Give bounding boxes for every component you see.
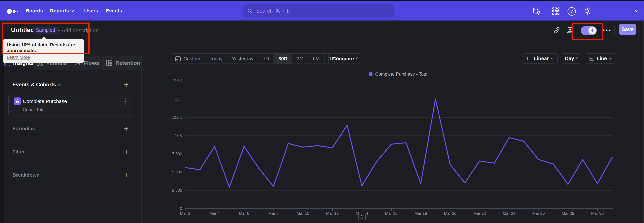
y-axis-label: 7,500 bbox=[161, 152, 182, 156]
events-cohorts-label: Events & Cohorts bbox=[12, 82, 56, 88]
learn-more-link[interactable]: Learn More bbox=[7, 55, 30, 60]
retention-icon bbox=[105, 59, 113, 67]
range-yesterday[interactable]: Yesterday bbox=[227, 54, 258, 64]
search-icon bbox=[247, 8, 253, 14]
nav-item-users[interactable]: Users bbox=[84, 1, 98, 21]
x-axis-tick bbox=[244, 208, 244, 211]
settings-button[interactable] bbox=[583, 7, 592, 16]
y-axis-label: 12.5K bbox=[161, 115, 182, 120]
nav-item-reports[interactable]: Reports bbox=[50, 1, 74, 21]
x-axis-label: Mar 12 bbox=[322, 211, 342, 216]
sampled-badge[interactable]: Sampled bbox=[33, 27, 58, 34]
x-axis-tick bbox=[303, 208, 303, 211]
gridline bbox=[185, 99, 613, 99]
range-6m[interactable]: 6M bbox=[308, 54, 324, 64]
apps-grid-button[interactable] bbox=[552, 7, 560, 15]
database-gear-icon bbox=[532, 7, 540, 15]
range-7d[interactable]: 7D bbox=[258, 54, 274, 64]
scale-label: Linear bbox=[534, 56, 549, 61]
chevron-down-icon bbox=[609, 56, 612, 60]
x-axis-label: Mar 24 bbox=[499, 211, 519, 216]
mixpanel-logo[interactable] bbox=[7, 8, 21, 16]
x-axis-label: Mar 4 bbox=[204, 211, 225, 216]
range-label-custom: Custom bbox=[184, 56, 200, 61]
range-today[interactable]: Today bbox=[205, 54, 227, 64]
y-axis-label: 10K bbox=[161, 133, 182, 138]
x-axis-tick bbox=[598, 208, 598, 211]
x-axis-tick bbox=[568, 208, 568, 211]
add-formula-button[interactable] bbox=[122, 125, 130, 133]
event-card[interactable]: A Complete Purchase Count Total bbox=[8, 94, 133, 117]
y-axis-label: 2,500 bbox=[161, 188, 182, 193]
chart-type-dropdown[interactable]: Line bbox=[585, 53, 616, 64]
search-input[interactable] bbox=[256, 8, 390, 14]
scrollbar[interactable] bbox=[643, 21, 644, 223]
save-button[interactable]: Save bbox=[619, 24, 636, 35]
range-label-yesterday: Yesterday bbox=[232, 56, 254, 61]
gridline bbox=[185, 136, 613, 136]
add-to-board-button[interactable] bbox=[566, 26, 574, 34]
top-nav: Boards Reports Users Events bbox=[0, 1, 644, 21]
add-filter-button[interactable] bbox=[122, 148, 130, 156]
annotation-badge[interactable]: 1 bbox=[358, 213, 366, 221]
nav-item-boards[interactable]: Boards bbox=[26, 1, 43, 21]
event-name: Complete Purchase bbox=[23, 98, 67, 104]
y-axis-label: 15K bbox=[161, 97, 182, 101]
chart-legend[interactable]: Complete Purchase - Total bbox=[185, 72, 612, 77]
lightning-bolt-icon bbox=[590, 28, 594, 33]
tab-retention[interactable]: Retention bbox=[104, 56, 142, 70]
range-30d[interactable]: 30D bbox=[274, 54, 292, 64]
data-management-button[interactable] bbox=[532, 7, 541, 16]
nav-label-events: Events bbox=[106, 8, 122, 14]
sampling-toggle[interactable] bbox=[580, 26, 597, 35]
x-axis-tick bbox=[538, 208, 539, 211]
add-event-button[interactable] bbox=[122, 81, 130, 88]
x-axis-label: Mar 20 bbox=[440, 211, 460, 216]
add-description-field[interactable]: + Add description... bbox=[57, 27, 103, 34]
more-actions-button[interactable] bbox=[602, 28, 611, 32]
x-axis-tick bbox=[509, 208, 509, 211]
report-title[interactable]: Untitled bbox=[11, 27, 34, 34]
global-search[interactable] bbox=[243, 4, 394, 18]
chart-type-label: Line bbox=[596, 56, 607, 61]
compare-button[interactable]: Compare bbox=[328, 53, 361, 64]
copy-link-button[interactable] bbox=[553, 26, 561, 34]
gridline bbox=[185, 117, 613, 118]
nav-label-reports: Reports bbox=[50, 8, 69, 14]
help-button[interactable] bbox=[568, 7, 576, 16]
x-axis-label: Mar 2 bbox=[175, 211, 195, 216]
x-axis-tick bbox=[185, 208, 186, 211]
chevron-down-icon bbox=[70, 9, 74, 12]
nav-item-events[interactable]: Events bbox=[106, 1, 122, 21]
filter-label: Filter bbox=[12, 149, 25, 155]
chevron-down-icon bbox=[58, 82, 62, 86]
event-metric[interactable]: Count Total bbox=[23, 107, 46, 113]
annotation-line bbox=[362, 78, 362, 208]
sampling-tooltip-text: Using 10% of data. Results are approxima… bbox=[7, 42, 80, 53]
formulas-label: Formulas bbox=[12, 126, 35, 131]
logo-dots-icon bbox=[7, 8, 21, 16]
event-menu-button[interactable] bbox=[124, 98, 128, 105]
gridline bbox=[185, 154, 613, 154]
range-3m[interactable]: 3M bbox=[292, 54, 308, 64]
nav-label-users: Users bbox=[84, 8, 98, 14]
project-switcher[interactable]: E-Commerce All Project Data bbox=[597, 1, 641, 21]
x-axis-label: Mar 30 bbox=[587, 211, 608, 216]
range-custom[interactable]: Custom bbox=[170, 54, 205, 64]
legend-label: Complete Purchase - Total bbox=[375, 72, 428, 77]
scale-dropdown[interactable]: Linear bbox=[522, 53, 558, 64]
granularity-dropdown[interactable]: Day bbox=[561, 53, 582, 64]
nav-label-boards: Boards bbox=[26, 8, 43, 14]
gear-icon bbox=[583, 7, 592, 15]
events-cohorts-header[interactable]: Events & Cohorts bbox=[12, 82, 61, 88]
y-axis-label: 5,000 bbox=[161, 170, 182, 174]
kebab-icon bbox=[124, 98, 126, 105]
link-icon bbox=[553, 26, 561, 34]
x-axis-tick bbox=[362, 208, 362, 211]
date-range-control: Custom Today Yesterday 7D 30D 3M 6M 12M bbox=[170, 53, 344, 64]
x-axis-label: Mar 10 bbox=[293, 211, 313, 216]
x-axis-tick bbox=[332, 208, 333, 211]
add-breakdown-button[interactable] bbox=[122, 171, 130, 179]
gridline bbox=[185, 190, 613, 191]
x-axis-tick bbox=[450, 208, 450, 211]
